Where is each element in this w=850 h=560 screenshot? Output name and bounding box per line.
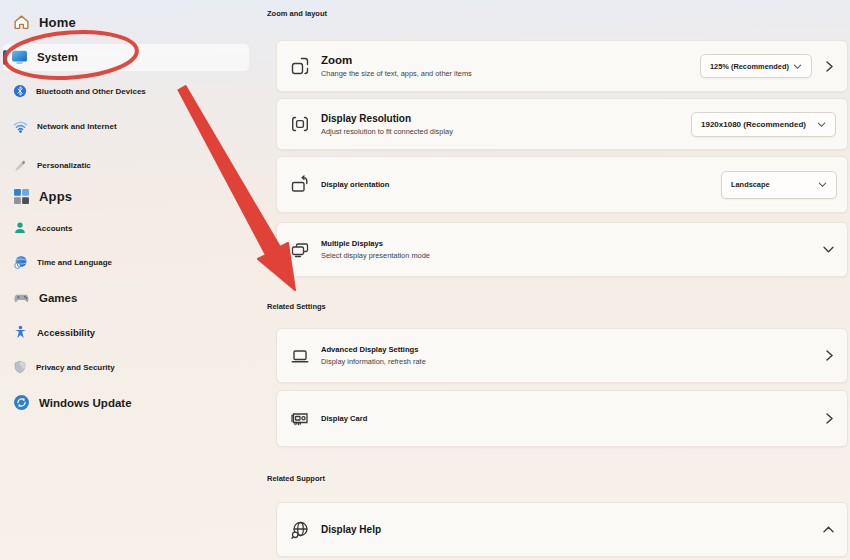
sidebar-item-label: Time and Language [37,258,112,267]
section-header-zoom-and-layout: Zoom and layout [267,9,327,18]
orientation-icon [289,174,311,196]
home-icon [13,14,30,31]
sidebar-item-label: System [37,51,78,63]
zoom-dropdown[interactable]: 125% (Recommended) [700,54,812,78]
time-language-icon [13,255,28,270]
chevron-right-icon [825,60,834,73]
chevron-down-icon [817,121,826,128]
sidebar-item-accessibility[interactable]: Accessibility [13,325,95,340]
selected-accent-pill [3,50,7,65]
sidebar-item-label: Privacy and Security [36,363,115,372]
display-help-card[interactable]: Display Help [276,502,848,557]
games-gamepad-icon [13,289,30,306]
sidebar-item-label: Network and Internet [37,122,117,131]
orientation-dropdown-value: Landscape [731,180,770,189]
sidebar-item-label: Windows Update [39,397,132,409]
gpu-card-icon [289,408,311,430]
advanced-display-icon [289,345,311,367]
sidebar-item-label: Home [39,15,76,30]
sidebar-item-system[interactable]: System [11,48,78,65]
sidebar-item-windows-update[interactable]: Windows Update [13,394,132,411]
sidebar-item-label: Accounts [36,224,72,233]
sidebar-item-bluetooth[interactable]: Bluetooth and Other Devices [13,84,146,98]
apps-icon [13,188,30,205]
system-icon [11,48,28,65]
accounts-icon [13,221,27,235]
sidebar-item-privacy-security[interactable]: Privacy and Security [13,360,115,374]
accessibility-icon [13,325,28,340]
card-title: Zoom [321,54,472,66]
zoom-scale-icon [289,55,311,77]
resolution-dropdown-value: 1920x1080 (Recommended) [701,120,806,129]
bluetooth-icon [13,84,27,98]
network-icon [13,119,28,134]
sidebar-item-personalization[interactable]: Personalizatic [13,158,91,173]
card-subtitle: Display information, refresh rate [321,357,426,366]
orientation-dropdown[interactable]: Landscape [721,171,837,199]
zoom-dropdown-value: 125% (Recommended) [710,62,789,71]
advanced-display-settings-card[interactable]: Advanced Display Settings Display inform… [276,328,848,383]
card-subtitle: Adjust resolution to fit connected displ… [321,127,453,136]
chevron-right-icon [825,349,834,362]
card-title: Multiple Displays [321,239,430,248]
card-title: Display Card [321,414,367,423]
multiple-displays-icon [289,239,311,261]
card-subtitle: Select display presentation mode [321,251,430,260]
sidebar-item-label: Games [39,292,77,304]
sidebar-item-label: Personalizatic [37,161,91,170]
card-subtitle: Change the size of text, apps, and other… [321,69,472,78]
multiple-displays-card[interactable]: Multiple Displays Select display present… [276,222,848,277]
chevron-right-icon [825,412,834,425]
display-help-globe-icon [289,519,311,541]
chevron-down-icon [793,63,802,70]
personalization-brush-icon [13,158,28,173]
sidebar-item-label: Accessibility [37,327,95,338]
sidebar-item-apps[interactable]: Apps [13,188,72,205]
card-title: Display Resolution [321,113,453,124]
sidebar-item-label: Bluetooth and Other Devices [36,87,146,96]
display-resolution-card[interactable]: Display Resolution Adjust resolution to … [276,98,848,150]
card-title: Display orientation [321,180,389,189]
sidebar-item-accounts[interactable]: Accounts [13,221,72,235]
display-card-card[interactable]: Display Card [276,390,848,447]
sidebar-item-games[interactable]: Games [13,289,77,306]
sidebar-item-label: Apps [39,189,72,204]
sidebar-item-time-language[interactable]: Time and Language [13,255,112,270]
card-title: Display Help [321,524,381,535]
privacy-shield-icon [13,360,27,374]
chevron-up-icon [822,525,835,534]
resolution-dropdown[interactable]: 1920x1080 (Recommended) [691,112,836,137]
windows-update-icon [13,394,30,411]
settings-window: Home System Bluetooth and Other Devices [0,0,850,560]
sidebar-item-network[interactable]: Network and Internet [13,119,117,134]
section-header-related-settings: Related Settings [267,302,326,311]
display-orientation-card[interactable]: Display orientation Landscape [276,156,848,213]
section-header-related-support: Related Support [267,474,325,483]
resolution-icon [289,113,311,135]
sidebar-item-home[interactable]: Home [13,14,76,31]
zoom-card[interactable]: Zoom Change the size of text, apps, and … [276,40,848,92]
chevron-down-icon [822,245,835,254]
chevron-down-icon [818,181,827,188]
card-title: Advanced Display Settings [321,345,426,354]
